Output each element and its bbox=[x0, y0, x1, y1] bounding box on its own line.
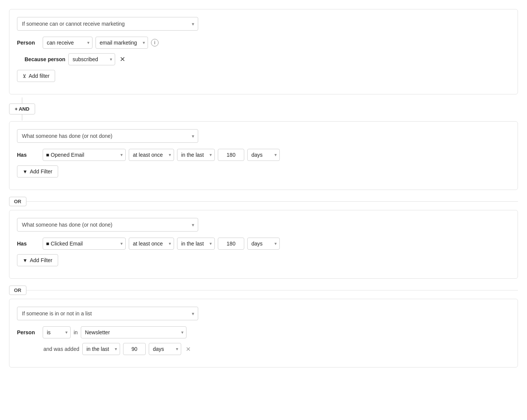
block1-top-select-wrapper[interactable]: If someone can or cannot receive marketi… bbox=[17, 17, 198, 31]
block2-has-label: Has bbox=[17, 152, 40, 158]
block2-add-filter-button[interactable]: ▼ Add Filter bbox=[17, 165, 58, 178]
block4-is-wrapper[interactable]: is is not bbox=[43, 326, 71, 338]
filter-icon3: ▼ bbox=[23, 258, 28, 263]
block1-person-label: Person bbox=[17, 40, 40, 46]
block2-event-select[interactable]: ■ Opened Email ■ Clicked Email ■ Receive… bbox=[43, 149, 126, 161]
block2-time-qualifier-select[interactable]: in the last before after bbox=[177, 149, 215, 161]
block4-in-label: in bbox=[74, 329, 78, 335]
block2-time-unit-wrapper[interactable]: days weeks months bbox=[247, 149, 280, 161]
block4-time-input[interactable] bbox=[123, 343, 146, 355]
block4-time-qualifier-wrapper[interactable]: in the last before after bbox=[82, 343, 120, 355]
block3-event-select[interactable]: ■ Clicked Email ■ Opened Email ■ Receive… bbox=[43, 238, 126, 250]
block1-top-select[interactable]: If someone can or cannot receive marketi… bbox=[17, 17, 198, 31]
block1-add-filter-button[interactable]: ⊻ Add filter bbox=[17, 70, 55, 82]
block1-because-select[interactable]: subscribed unsubscribed bbox=[68, 53, 115, 65]
or1-badge: OR bbox=[9, 197, 26, 206]
block1-because-wrapper[interactable]: subscribed unsubscribed bbox=[68, 53, 115, 65]
filter-icon2: ▼ bbox=[23, 169, 28, 174]
block2-top-select[interactable]: What someone has done (or not done) bbox=[17, 129, 198, 143]
vert-line-top bbox=[22, 97, 22, 103]
block3-frequency-select[interactable]: at least once zero times more than bbox=[129, 238, 174, 250]
block3-event-wrapper[interactable]: ■ Clicked Email ■ Opened Email ■ Receive… bbox=[43, 238, 126, 250]
block3-add-filter-button[interactable]: ▼ Add Filter bbox=[17, 254, 58, 266]
or2-badge: OR bbox=[9, 286, 26, 295]
block3-time-input[interactable] bbox=[218, 238, 244, 250]
block3-condition: What someone has done (or not done) Has … bbox=[9, 210, 518, 279]
or-line-2 bbox=[26, 290, 518, 290]
block3-time-qualifier-select[interactable]: in the last before after bbox=[177, 238, 215, 250]
block1-condition: If someone can or cannot receive marketi… bbox=[9, 9, 518, 94]
block2-frequency-select[interactable]: at least once zero times more than bbox=[129, 149, 174, 161]
block4-time-unit-select[interactable]: days weeks months bbox=[149, 343, 181, 355]
block4-top-select-wrapper[interactable]: If someone is in or not in a list bbox=[17, 307, 198, 320]
because-row: Because person subscribed unsubscribed ✕ bbox=[17, 53, 510, 65]
info-icon[interactable]: i bbox=[151, 39, 159, 46]
block2-condition: What someone has done (or not done) Has … bbox=[9, 121, 518, 190]
block3-top-select[interactable]: What someone has done (or not done) bbox=[17, 218, 198, 232]
block2-time-unit-select[interactable]: days weeks months bbox=[247, 149, 280, 161]
block2-time-input[interactable] bbox=[218, 149, 244, 161]
block4-list-select[interactable]: Newsletter VIP List Customers bbox=[81, 326, 186, 338]
block2-top-select-wrapper[interactable]: What someone has done (or not done) bbox=[17, 129, 198, 143]
and-connector: + AND bbox=[9, 97, 518, 120]
block4-is-select[interactable]: is is not bbox=[43, 326, 71, 338]
or-line-1 bbox=[26, 201, 518, 202]
block4-time-qualifier-select[interactable]: in the last before after bbox=[82, 343, 120, 355]
block3-top-select-wrapper[interactable]: What someone has done (or not done) bbox=[17, 218, 198, 232]
block3-frequency-wrapper[interactable]: at least once zero times more than bbox=[129, 238, 174, 250]
because-label: Because person bbox=[25, 56, 65, 62]
or-divider-2: OR bbox=[9, 282, 518, 295]
block3-time-unit-wrapper[interactable]: days weeks months bbox=[247, 238, 280, 250]
block4-condition: If someone is in or not in a list Person… bbox=[9, 299, 518, 368]
block1-can-receive-wrapper[interactable]: can receive cannot receive bbox=[43, 37, 92, 49]
block1-can-receive-select[interactable]: can receive cannot receive bbox=[43, 37, 92, 49]
block1-marketing-select[interactable]: email marketing SMS marketing bbox=[96, 37, 148, 49]
block2-frequency-wrapper[interactable]: at least once zero times more than bbox=[129, 149, 174, 161]
block3-has-label: Has bbox=[17, 241, 40, 247]
block3-time-unit-select[interactable]: days weeks months bbox=[247, 238, 280, 250]
block2-time-qualifier-wrapper[interactable]: in the last before after bbox=[177, 149, 215, 161]
vert-line-bottom bbox=[22, 114, 22, 120]
block4-close-icon[interactable]: ✕ bbox=[186, 346, 191, 353]
and-button[interactable]: + AND bbox=[9, 103, 35, 114]
block2-event-wrapper[interactable]: ■ Opened Email ■ Clicked Email ■ Receive… bbox=[43, 149, 126, 161]
filter-icon: ⊻ bbox=[23, 73, 26, 79]
block4-and-was-added-label: and was added bbox=[43, 346, 79, 352]
block4-time-unit-wrapper[interactable]: days weeks months bbox=[149, 343, 181, 355]
block4-list-wrapper[interactable]: Newsletter VIP List Customers bbox=[81, 326, 186, 338]
block3-time-qualifier-wrapper[interactable]: in the last before after bbox=[177, 238, 215, 250]
close-icon[interactable]: ✕ bbox=[120, 55, 125, 63]
block4-top-select[interactable]: If someone is in or not in a list bbox=[17, 307, 198, 320]
or-divider-1: OR bbox=[9, 193, 518, 206]
block1-marketing-wrapper[interactable]: email marketing SMS marketing bbox=[96, 37, 148, 49]
block4-person-label: Person bbox=[17, 329, 40, 335]
